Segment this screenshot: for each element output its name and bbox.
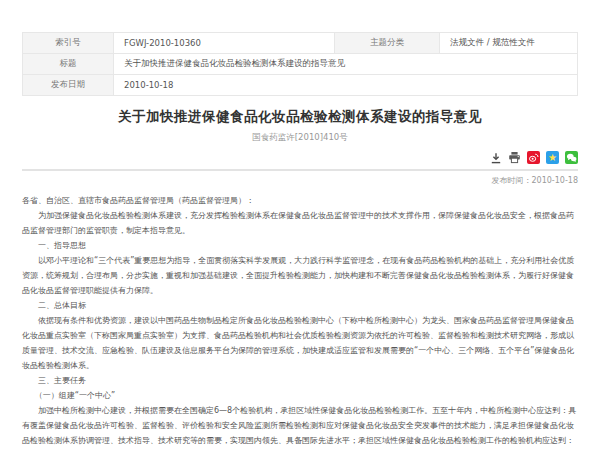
share-wechat-icon[interactable]	[565, 151, 578, 164]
subsection-heading: （一）组建“一个中心”	[22, 388, 578, 403]
paragraph: 依据现有条件和优势资源，建设以中国药品生物制品检定所食品化妆品检验检测中心（下称…	[22, 313, 578, 373]
section-heading-3: 三、主要任务	[22, 373, 578, 388]
print-icon[interactable]	[508, 151, 521, 164]
paragraph: 以邓小平理论和“三个代表”重要思想为指导，全面贯彻落实科学发展观，大力践行科学监…	[22, 253, 578, 298]
document-number: 国食药监许[2010]410号	[22, 132, 578, 144]
page-title: 关于加快推进保健食品化妆品检验检测体系建设的指导意见	[22, 108, 578, 126]
meta-label-date: 发布日期	[23, 75, 114, 96]
paragraph: 为加强保健食品化妆品检验检测体系建设，充分发挥检验检测体系在保健食品化妆品监督管…	[22, 208, 578, 238]
article-body: 各省、自治区、直辖市食品药品监督管理局（药品监督管理局）： 为加强保健食品化妆品…	[22, 193, 578, 450]
share-weibo-icon[interactable]	[527, 151, 540, 164]
share-qzone-icon[interactable]: ★	[546, 151, 559, 164]
meta-value-index: FGWJ-2010-10360	[114, 33, 335, 54]
document-meta-table: 索引号 FGWJ-2010-10360 主题分类 法规文件 / 规范性文件 标题…	[22, 32, 578, 96]
publish-time: 发布时间：2010-10-18	[22, 175, 578, 186]
document-page: 索引号 FGWJ-2010-10360 主题分类 法规文件 / 规范性文件 标题…	[0, 0, 600, 450]
meta-value-title: 关于加快推进保健食品化妆品检验检测体系建设的指导意见	[114, 54, 578, 75]
table-row: 发布日期 2010-10-18	[23, 75, 578, 96]
section-heading-1: 一、指导思想	[22, 238, 578, 253]
table-row: 标题 关于加快推进保健食品化妆品检验检测体系建设的指导意见	[23, 54, 578, 75]
salutation-line: 各省、自治区、直辖市食品药品监督管理局（药品监督管理局）：	[22, 193, 578, 208]
meta-value-date: 2010-10-18	[114, 75, 578, 96]
article-toolbar: ★	[22, 151, 578, 171]
download-icon[interactable]	[489, 151, 502, 164]
section-heading-2: 二、总体目标	[22, 298, 578, 313]
meta-label-title: 标题	[23, 54, 114, 75]
meta-value-category: 法规文件 / 规范性文件	[440, 33, 578, 54]
meta-label-category: 主题分类	[335, 33, 440, 54]
qzone-star-glyph: ★	[548, 153, 557, 163]
paragraph: 加强中检所检测中心建设，并根据需要在全国确定6—8个检验机构，承担区域性保健食品…	[22, 403, 578, 450]
meta-label-index: 索引号	[23, 33, 114, 54]
table-row: 索引号 FGWJ-2010-10360 主题分类 法规文件 / 规范性文件	[23, 33, 578, 54]
